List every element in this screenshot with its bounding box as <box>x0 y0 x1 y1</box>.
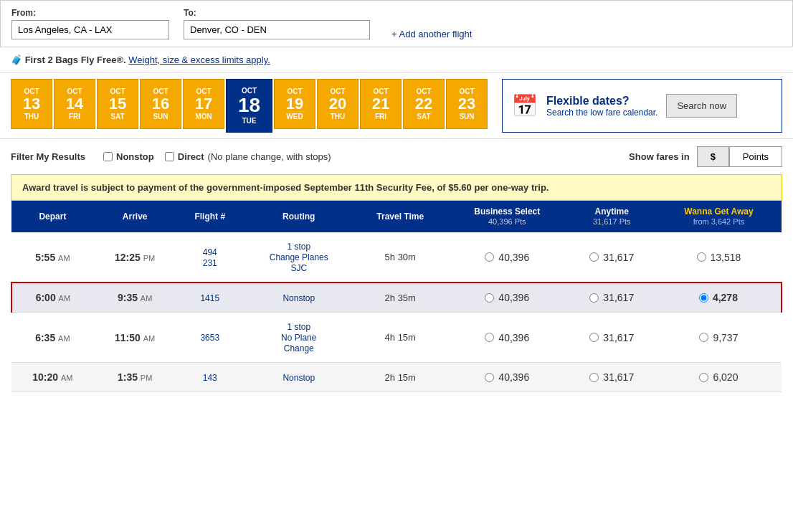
bags-banner: 🧳 First 2 Bags Fly Free®. Weight, size &… <box>0 47 793 73</box>
business-select-pts[interactable]: 40,396 <box>447 282 568 313</box>
add-flight-link[interactable]: + Add another flight <box>391 29 472 39</box>
arrive-time: 11:50 AM <box>94 313 176 363</box>
flight-number: 494231 <box>176 232 244 282</box>
wanna-radio[interactable] <box>699 333 708 342</box>
filter-title: Filter My Results <box>11 151 85 162</box>
flexible-text: Flexible dates? Search the low fare cale… <box>546 95 657 118</box>
date-cell-13[interactable]: OCT13THU <box>11 79 52 129</box>
anytime-header-sub: 31,617 Pts <box>593 217 631 226</box>
anytime-header-label: Anytime <box>595 206 629 217</box>
wanna-pts[interactable]: 6,020 <box>656 363 782 392</box>
arrive-time: 1:35 PM <box>94 363 176 392</box>
anytime-pts[interactable]: 31,617 <box>568 313 656 363</box>
travel-time: 4h 15m <box>354 313 447 363</box>
bags-link[interactable]: Weight, size & excess limits apply. <box>128 54 270 65</box>
col-depart: Depart <box>11 201 94 232</box>
business-select-pts[interactable]: 40,396 <box>447 232 568 282</box>
flight-number: 1415 <box>176 282 244 313</box>
anytime-pts[interactable]: 31,617 <box>568 363 656 392</box>
bags-icon: 🧳 <box>11 54 22 65</box>
to-label: To: <box>184 8 370 18</box>
search-now-button[interactable]: Search now <box>666 94 737 118</box>
date-cell-16[interactable]: OCT16SUN <box>140 79 181 129</box>
col-anytime: Anytime 31,617 Pts <box>568 201 656 232</box>
date-cell-17[interactable]: OCT17MON <box>183 79 224 129</box>
fare-toggle: $ Points <box>697 146 782 167</box>
business-radio[interactable] <box>485 333 494 342</box>
calendar-row: OCT13THUOCT14FRIOCT15SATOCT16SUNOCT17MON… <box>0 73 793 138</box>
routing: 1 stopNo PlaneChange <box>244 313 354 363</box>
from-label: From: <box>11 8 169 18</box>
wanna-pts[interactable]: 4,278 <box>656 282 782 313</box>
col-travel-time: Travel Time <box>354 201 447 232</box>
table-row[interactable]: 6:00 AM 9:35 AM 1415 Nonstop 2h 35m 40,3… <box>11 282 782 313</box>
travel-time: 2h 15m <box>354 363 447 392</box>
filter-row: Filter My Results Nonstop Direct (No pla… <box>0 138 793 174</box>
direct-sublabel: (No plane change, with stops) <box>208 151 331 162</box>
date-cell-18[interactable]: OCT18TUE <box>226 79 272 133</box>
from-input[interactable] <box>11 20 169 39</box>
direct-checkbox[interactable] <box>165 152 174 161</box>
arrive-time: 12:25 PM <box>94 232 176 282</box>
anytime-radio[interactable] <box>589 252 599 262</box>
anytime-radio[interactable] <box>589 373 599 382</box>
business-radio[interactable] <box>485 293 494 303</box>
depart-time: 5:55 AM <box>11 232 94 282</box>
anytime-pts[interactable]: 31,617 <box>568 282 656 313</box>
to-field-group: To: <box>184 8 370 39</box>
date-cell-15[interactable]: OCT15SAT <box>97 79 138 129</box>
flight-number: 3653 <box>176 313 244 363</box>
wanna-radio[interactable] <box>699 373 708 382</box>
table-row[interactable]: 5:55 AM 12:25 PM 494231 1 stopChange Pla… <box>11 232 782 282</box>
routing: 1 stopChange PlanesSJC <box>244 232 354 282</box>
flexible-box: 📅 Flexible dates? Search the low fare ca… <box>502 79 782 133</box>
depart-time: 6:00 AM <box>11 282 94 313</box>
dollars-button[interactable]: $ <box>697 146 729 167</box>
to-input[interactable] <box>184 20 370 39</box>
wanna-radio[interactable] <box>697 252 706 262</box>
date-cell-19[interactable]: OCT19WED <box>274 79 315 129</box>
date-cell-21[interactable]: OCT21FRI <box>360 79 402 129</box>
flexible-subtext: Search the low fare calendar. <box>546 108 657 118</box>
travel-time: 5h 30m <box>354 232 447 282</box>
flight-number: 143 <box>176 363 244 392</box>
nonstop-label: Nonstop <box>116 151 154 162</box>
business-select-pts[interactable]: 40,396 <box>447 363 568 392</box>
date-cell-20[interactable]: OCT20THU <box>317 79 358 129</box>
business-radio[interactable] <box>485 373 494 382</box>
wanna-header-label: Wanna Get Away <box>684 206 753 217</box>
wanna-pts[interactable]: 9,737 <box>656 313 782 363</box>
from-field-group: From: <box>11 8 169 39</box>
nonstop-filter: Nonstop <box>103 151 154 162</box>
bags-text: First 2 Bags Fly Free®. <box>25 54 126 65</box>
anytime-pts[interactable]: 31,617 <box>568 232 656 282</box>
col-arrive: Arrive <box>94 201 176 232</box>
flexible-heading: Flexible dates? <box>546 95 657 108</box>
calendar-icon: 📅 <box>511 93 538 118</box>
date-cell-22[interactable]: OCT22SAT <box>403 79 445 129</box>
anytime-radio[interactable] <box>589 333 599 342</box>
business-header-label: Business Select <box>474 206 540 217</box>
points-button[interactable]: Points <box>729 146 782 167</box>
filter-left: Filter My Results Nonstop Direct (No pla… <box>11 151 331 162</box>
table-row[interactable]: 10:20 AM 1:35 PM 143 Nonstop 2h 15m 40,3… <box>11 363 782 392</box>
business-select-pts[interactable]: 40,396 <box>447 313 568 363</box>
depart-time: 6:35 AM <box>11 313 94 363</box>
date-cell-23[interactable]: OCT23SUN <box>446 79 488 129</box>
anytime-radio[interactable] <box>589 293 599 303</box>
arrive-time: 9:35 AM <box>94 282 176 313</box>
top-section: From: To: + Add another flight <box>0 0 793 47</box>
table-row[interactable]: 6:35 AM 11:50 AM 3653 1 stopNo PlaneChan… <box>11 313 782 363</box>
col-flight: Flight # <box>176 201 244 232</box>
col-business-select: Business Select 40,396 Pts <box>447 201 568 232</box>
date-cell-14[interactable]: OCT14FRI <box>54 79 95 129</box>
depart-time: 10:20 AM <box>11 363 94 392</box>
col-routing: Routing <box>244 201 354 232</box>
nonstop-checkbox[interactable] <box>103 152 113 161</box>
wanna-pts[interactable]: 13,518 <box>656 232 782 282</box>
wanna-radio[interactable] <box>699 293 708 303</box>
date-strip: OCT13THUOCT14FRIOCT15SATOCT16SUNOCT17MON… <box>11 79 488 133</box>
show-fares-section: Show fares in $ Points <box>629 146 782 167</box>
routing: Nonstop <box>244 282 354 313</box>
business-radio[interactable] <box>485 252 494 262</box>
